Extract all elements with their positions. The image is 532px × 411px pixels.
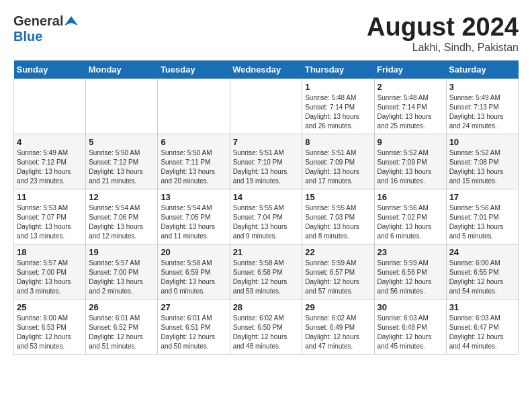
day-number: 24 — [449, 247, 515, 257]
day-number: 4 — [17, 137, 83, 147]
day-number: 23 — [378, 247, 443, 257]
day-number: 27 — [161, 302, 226, 312]
day-info: Sunrise: 6:03 AM Sunset: 6:47 PM Dayligh… — [449, 314, 515, 351]
day-number: 6 — [161, 137, 226, 147]
table-cell — [158, 79, 230, 134]
table-cell: 18Sunrise: 5:57 AM Sunset: 7:00 PM Dayli… — [14, 244, 86, 299]
week-row-2: 4Sunrise: 5:49 AM Sunset: 7:12 PM Daylig… — [14, 134, 519, 189]
day-number: 9 — [378, 137, 443, 147]
day-info: Sunrise: 5:52 AM Sunset: 7:08 PM Dayligh… — [449, 148, 515, 186]
day-number: 1 — [305, 82, 371, 92]
table-cell: 1Sunrise: 5:48 AM Sunset: 7:14 PM Daylig… — [302, 79, 374, 134]
day-info: Sunrise: 6:01 AM Sunset: 6:52 PM Dayligh… — [89, 314, 154, 351]
day-number: 16 — [378, 192, 443, 202]
logo-bird-icon — [64, 15, 78, 28]
day-info: Sunrise: 6:01 AM Sunset: 6:51 PM Dayligh… — [161, 314, 226, 351]
table-cell: 24Sunrise: 6:00 AM Sunset: 6:55 PM Dayli… — [446, 244, 518, 299]
day-number: 30 — [378, 302, 443, 312]
logo-general-text: General — [13, 13, 63, 29]
header-friday: Friday — [374, 60, 446, 79]
title-area: August 2024 Lakhi, Sindh, Pakistan — [367, 13, 519, 54]
day-number: 11 — [17, 192, 83, 202]
table-cell: 17Sunrise: 5:56 AM Sunset: 7:01 PM Dayli… — [446, 189, 518, 244]
day-number: 8 — [305, 137, 371, 147]
table-cell: 22Sunrise: 5:59 AM Sunset: 6:57 PM Dayli… — [302, 244, 374, 299]
day-info: Sunrise: 5:50 AM Sunset: 7:11 PM Dayligh… — [161, 148, 226, 186]
week-row-1: 1Sunrise: 5:48 AM Sunset: 7:14 PM Daylig… — [14, 79, 519, 134]
table-cell — [14, 79, 86, 134]
week-row-4: 18Sunrise: 5:57 AM Sunset: 7:00 PM Dayli… — [14, 244, 519, 299]
day-number: 14 — [233, 192, 300, 202]
table-cell: 10Sunrise: 5:52 AM Sunset: 7:08 PM Dayli… — [446, 134, 518, 189]
header-tuesday: Tuesday — [158, 60, 230, 79]
day-info: Sunrise: 6:00 AM Sunset: 6:55 PM Dayligh… — [449, 259, 515, 296]
table-cell: 6Sunrise: 5:50 AM Sunset: 7:11 PM Daylig… — [158, 134, 230, 189]
table-cell — [230, 79, 302, 134]
day-info: Sunrise: 5:56 AM Sunset: 7:02 PM Dayligh… — [378, 203, 443, 241]
day-number: 10 — [449, 137, 515, 147]
day-info: Sunrise: 5:59 AM Sunset: 6:57 PM Dayligh… — [305, 259, 371, 296]
table-cell: 12Sunrise: 5:54 AM Sunset: 7:06 PM Dayli… — [86, 189, 158, 244]
day-number: 2 — [378, 82, 443, 92]
day-info: Sunrise: 5:52 AM Sunset: 7:09 PM Dayligh… — [378, 148, 443, 186]
logo: General Blue — [13, 13, 78, 44]
table-cell: 13Sunrise: 5:54 AM Sunset: 7:05 PM Dayli… — [158, 189, 230, 244]
table-cell: 21Sunrise: 5:58 AM Sunset: 6:58 PM Dayli… — [230, 244, 302, 299]
day-info: Sunrise: 6:02 AM Sunset: 6:50 PM Dayligh… — [233, 314, 300, 351]
table-cell: 20Sunrise: 5:58 AM Sunset: 6:59 PM Dayli… — [158, 244, 230, 299]
calendar-table: Sunday Monday Tuesday Wednesday Thursday… — [13, 60, 519, 355]
day-info: Sunrise: 5:50 AM Sunset: 7:12 PM Dayligh… — [89, 148, 154, 186]
day-info: Sunrise: 5:48 AM Sunset: 7:14 PM Dayligh… — [305, 93, 371, 131]
weekday-header-row: Sunday Monday Tuesday Wednesday Thursday… — [14, 60, 519, 79]
day-info: Sunrise: 5:53 AM Sunset: 7:07 PM Dayligh… — [17, 203, 83, 241]
day-info: Sunrise: 5:56 AM Sunset: 7:01 PM Dayligh… — [449, 203, 515, 241]
table-cell: 14Sunrise: 5:55 AM Sunset: 7:04 PM Dayli… — [230, 189, 302, 244]
day-info: Sunrise: 5:48 AM Sunset: 7:14 PM Dayligh… — [378, 93, 443, 131]
day-number: 21 — [233, 247, 300, 257]
table-cell: 2Sunrise: 5:48 AM Sunset: 7:14 PM Daylig… — [374, 79, 446, 134]
table-cell: 28Sunrise: 6:02 AM Sunset: 6:50 PM Dayli… — [230, 299, 302, 354]
table-cell: 19Sunrise: 5:57 AM Sunset: 7:00 PM Dayli… — [86, 244, 158, 299]
header-monday: Monday — [86, 60, 158, 79]
day-number: 28 — [233, 302, 300, 312]
table-cell: 15Sunrise: 5:55 AM Sunset: 7:03 PM Dayli… — [302, 189, 374, 244]
day-number: 20 — [161, 247, 226, 257]
day-number: 18 — [17, 247, 83, 257]
day-info: Sunrise: 5:51 AM Sunset: 7:10 PM Dayligh… — [233, 148, 300, 186]
table-cell: 30Sunrise: 6:03 AM Sunset: 6:48 PM Dayli… — [374, 299, 446, 354]
day-number: 25 — [17, 302, 83, 312]
table-cell: 3Sunrise: 5:49 AM Sunset: 7:13 PM Daylig… — [446, 79, 518, 134]
day-info: Sunrise: 5:55 AM Sunset: 7:04 PM Dayligh… — [233, 203, 300, 241]
day-info: Sunrise: 5:57 AM Sunset: 7:00 PM Dayligh… — [17, 259, 83, 296]
day-info: Sunrise: 5:54 AM Sunset: 7:06 PM Dayligh… — [89, 203, 154, 241]
svg-marker-0 — [64, 16, 78, 26]
table-cell: 25Sunrise: 6:00 AM Sunset: 6:53 PM Dayli… — [14, 299, 86, 354]
day-info: Sunrise: 6:03 AM Sunset: 6:48 PM Dayligh… — [378, 314, 443, 351]
week-row-5: 25Sunrise: 6:00 AM Sunset: 6:53 PM Dayli… — [14, 299, 519, 354]
table-cell: 7Sunrise: 5:51 AM Sunset: 7:10 PM Daylig… — [230, 134, 302, 189]
table-cell: 9Sunrise: 5:52 AM Sunset: 7:09 PM Daylig… — [374, 134, 446, 189]
week-row-3: 11Sunrise: 5:53 AM Sunset: 7:07 PM Dayli… — [14, 189, 519, 244]
day-number: 5 — [89, 137, 154, 147]
header-sunday: Sunday — [14, 60, 86, 79]
table-cell — [86, 79, 158, 134]
day-info: Sunrise: 5:51 AM Sunset: 7:09 PM Dayligh… — [305, 148, 371, 186]
day-number: 31 — [449, 302, 515, 312]
table-cell: 16Sunrise: 5:56 AM Sunset: 7:02 PM Dayli… — [374, 189, 446, 244]
header: General Blue August 2024 Lakhi, Sindh, P… — [13, 13, 519, 54]
logo-blue-text: Blue — [13, 29, 42, 44]
table-cell: 29Sunrise: 6:02 AM Sunset: 6:49 PM Dayli… — [302, 299, 374, 354]
day-number: 15 — [305, 192, 371, 202]
day-number: 7 — [233, 137, 300, 147]
day-info: Sunrise: 5:58 AM Sunset: 6:59 PM Dayligh… — [161, 259, 226, 296]
table-cell: 27Sunrise: 6:01 AM Sunset: 6:51 PM Dayli… — [158, 299, 230, 354]
day-info: Sunrise: 5:49 AM Sunset: 7:13 PM Dayligh… — [449, 93, 515, 131]
day-info: Sunrise: 6:00 AM Sunset: 6:53 PM Dayligh… — [17, 314, 83, 351]
day-info: Sunrise: 5:54 AM Sunset: 7:05 PM Dayligh… — [161, 203, 226, 241]
calendar-subtitle: Lakhi, Sindh, Pakistan — [367, 42, 519, 54]
table-cell: 31Sunrise: 6:03 AM Sunset: 6:47 PM Dayli… — [446, 299, 518, 354]
day-number: 26 — [89, 302, 154, 312]
header-saturday: Saturday — [446, 60, 518, 79]
table-cell: 23Sunrise: 5:59 AM Sunset: 6:56 PM Dayli… — [374, 244, 446, 299]
day-info: Sunrise: 5:57 AM Sunset: 7:00 PM Dayligh… — [89, 259, 154, 296]
